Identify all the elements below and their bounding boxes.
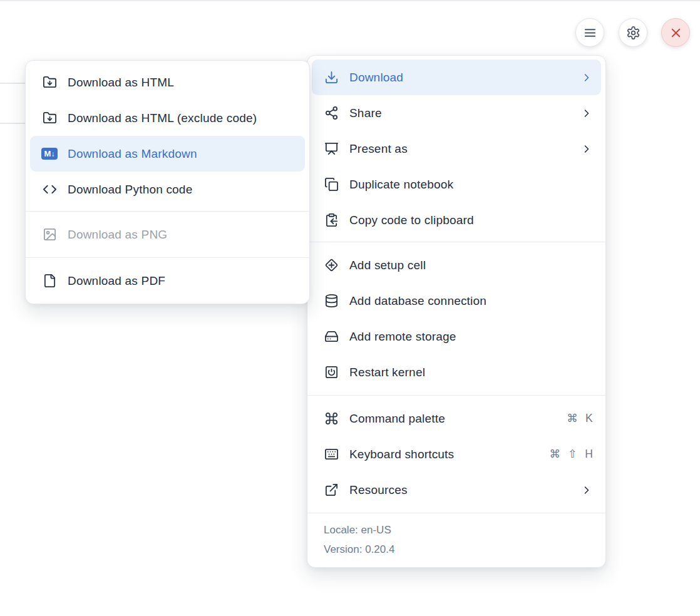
menu-item-resources[interactable]: Resources [312, 472, 601, 508]
duplicate-icon [324, 177, 339, 192]
hard-drive-icon [324, 329, 339, 344]
menu-item-label: Download [349, 71, 570, 85]
menu-item-present-as[interactable]: Present as [312, 131, 601, 167]
menu-item-label: Download Python code [68, 183, 297, 197]
database-icon [324, 294, 339, 309]
menu-item-add-setup-cell[interactable]: Add setup cell [312, 247, 601, 283]
menu-item-download-as-html[interactable]: Download as HTML [30, 64, 305, 100]
folder-down-icon [42, 111, 58, 126]
menu-item-copy-code-to-clipboard[interactable]: Copy code to clipboard [312, 202, 601, 238]
menu-item-label: Add remote storage [349, 330, 593, 344]
share-icon [324, 106, 339, 121]
menu-item-label: Resources [349, 483, 570, 497]
menu-item-download-as-png[interactable]: Download as PNG [30, 217, 305, 252]
menu-item-share[interactable]: Share [312, 95, 601, 131]
notebook-actions-menu: DownloadSharePresent asDuplicate noteboo… [307, 55, 606, 568]
menu-item-label: Present as [349, 142, 570, 156]
menu-item-restart-kernel[interactable]: Restart kernel [312, 354, 601, 390]
gear-icon [626, 26, 641, 40]
menu-item-label: Download as HTML [68, 76, 297, 90]
background-cell-border [0, 83, 26, 84]
menu-item-add-database-connection[interactable]: Add database connection [312, 283, 601, 319]
menu-item-label: Download as PNG [68, 228, 297, 242]
menu-item-label: Command palette [349, 412, 557, 426]
menu-item-download-python-code[interactable]: Download Python code [30, 172, 305, 207]
menu-item-download-as-html-exclude-code[interactable]: Download as HTML (exclude code) [30, 100, 305, 136]
menu-item-keyboard-shortcuts[interactable]: Keyboard shortcuts⌘ ⇧ H [312, 436, 601, 472]
menu-section: Add setup cellAdd database connectionAdd… [307, 242, 605, 395]
locale-text: Locale: en-US [324, 520, 589, 540]
menu-footer: Locale: en-US Version: 0.20.4 [307, 513, 605, 567]
menu-section: Command palette⌘ KKeyboard shortcuts⌘ ⇧ … [307, 395, 605, 513]
menu-section: Download as PDF [26, 257, 309, 304]
menu-item-label: Download as HTML (exclude code) [68, 111, 297, 125]
download-submenu: Download as HTMLDownload as HTML (exclud… [25, 60, 310, 304]
page: { "toolbar": { "buttons": [ { "name": "m… [0, 0, 700, 616]
menu-button[interactable] [575, 18, 604, 47]
folder-down-icon [42, 75, 58, 90]
command-icon [324, 411, 339, 426]
clipboard-copy-icon [324, 213, 339, 228]
menu-item-label: Add database connection [349, 294, 593, 308]
power-icon [324, 365, 339, 380]
menu-item-label: Copy code to clipboard [349, 213, 593, 227]
menu-section: Download as HTMLDownload as HTML (exclud… [26, 61, 309, 211]
shortcut-hint: ⌘ K [567, 412, 593, 425]
code-icon [42, 182, 58, 197]
settings-button[interactable] [619, 18, 647, 47]
menu-item-label: Duplicate notebook [349, 178, 593, 192]
markdown-icon: M↓ [42, 146, 58, 162]
menu-item-label: Restart kernel [349, 366, 593, 379]
chevron-right-icon [580, 484, 593, 496]
chevron-right-icon [580, 107, 593, 120]
external-link-icon [324, 483, 339, 498]
background-cell-border [0, 123, 26, 124]
menu-section: DownloadSharePresent asDuplicate noteboo… [307, 56, 605, 242]
menu-item-download[interactable]: Download [312, 59, 601, 95]
shortcut-hint: ⌘ ⇧ H [549, 448, 593, 461]
menu-item-download-as-markdown[interactable]: M↓Download as Markdown [30, 136, 305, 172]
version-text: Version: 0.20.4 [324, 540, 589, 559]
menu-item-command-palette[interactable]: Command palette⌘ K [312, 401, 601, 436]
menu-section: Download as PNG [26, 211, 309, 257]
menu-item-duplicate-notebook[interactable]: Duplicate notebook [312, 167, 601, 202]
menu-item-add-remote-storage[interactable]: Add remote storage [312, 319, 601, 354]
chevron-right-icon [580, 143, 593, 155]
menu-item-label: Add setup cell [349, 259, 593, 272]
keyboard-icon [324, 447, 339, 462]
menu-item-label: Share [349, 106, 570, 120]
chevron-right-icon [580, 71, 593, 84]
close-button[interactable] [661, 18, 690, 47]
menu-item-download-as-pdf[interactable]: Download as PDF [30, 263, 305, 299]
presentation-icon [324, 141, 339, 157]
close-icon [669, 26, 683, 40]
hamburger-icon [583, 26, 597, 40]
file-icon [42, 274, 58, 289]
menu-item-label: Download as PDF [68, 274, 297, 288]
page-top-border [0, 0, 700, 1]
diamond-plus-icon [324, 258, 339, 273]
download-icon [324, 70, 339, 85]
menu-item-label: Keyboard shortcuts [349, 448, 539, 461]
menu-item-label: Download as Markdown [68, 147, 297, 161]
image-icon [42, 227, 58, 242]
